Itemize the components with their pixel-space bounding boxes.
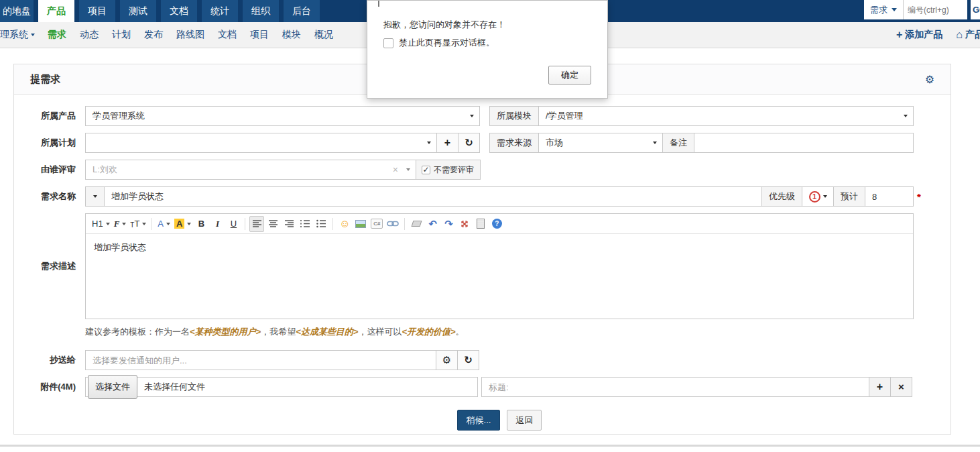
cc-refresh-button[interactable] <box>457 350 479 370</box>
no-review-checkbox[interactable] <box>422 166 430 174</box>
subnav-item-doc[interactable]: 文档 <box>216 29 239 41</box>
choose-file-button[interactable]: 选择文件 <box>88 375 137 399</box>
estimate-input[interactable] <box>865 186 914 207</box>
subnav-item-roadmap[interactable]: 路线图 <box>174 29 206 41</box>
ordered-list-button[interactable] <box>298 216 312 232</box>
product-switcher[interactable]: 理系统 <box>0 29 35 41</box>
insert-code-button[interactable]: C# <box>369 216 384 232</box>
remove-attachment-button[interactable] <box>890 377 912 397</box>
link-icon <box>387 220 399 227</box>
emoticon-button[interactable]: ☺ <box>337 216 352 232</box>
underline-button[interactable]: U <box>226 216 241 232</box>
story-name-input[interactable] <box>104 186 762 207</box>
add-attachment-button[interactable] <box>869 377 891 397</box>
topnav-item-doc[interactable]: 文档 <box>161 0 197 22</box>
align-center-button[interactable] <box>265 216 280 232</box>
help-button[interactable]: ? <box>489 216 504 232</box>
priority-select[interactable]: 1 <box>802 186 834 207</box>
row-name: 需求名称 优先级 1 预计 <box>26 186 951 207</box>
insert-link-button[interactable] <box>385 216 400 232</box>
description-editor-content[interactable]: 增加学员状态 <box>86 234 913 319</box>
chevron-down-icon <box>122 223 126 225</box>
suppress-dialog-checkbox[interactable] <box>383 38 393 48</box>
go-button[interactable]: GO <box>971 0 980 19</box>
chevron-down-icon <box>904 115 908 117</box>
plan-select[interactable] <box>85 133 437 153</box>
toolbar-separator <box>245 218 245 230</box>
dialog-ok-button[interactable]: 确定 <box>548 66 591 84</box>
subnav-item-story[interactable]: 需求 <box>46 29 68 41</box>
fullscreen-button[interactable] <box>457 216 472 232</box>
topnav-item-project[interactable]: 项目 <box>79 0 115 22</box>
clear-icon[interactable] <box>393 160 398 179</box>
font-size-button[interactable]: TT <box>129 216 147 232</box>
template-hint: 建议参考的模板：作为一名<某种类型的用户>，我希望<达成某些目的>，这样可以<开… <box>85 326 951 338</box>
back-button[interactable]: 返回 <box>507 410 542 431</box>
reviewer-select[interactable]: L:刘欢 <box>85 160 416 180</box>
name-type-dropdown[interactable] <box>85 186 105 207</box>
fullscreen-icon <box>460 219 469 229</box>
search-type-dropdown[interactable]: 需求 <box>864 0 904 19</box>
topnav-item-stats[interactable]: 统计 <box>202 0 238 22</box>
subnav-item-overview[interactable]: 概况 <box>312 29 335 41</box>
redo-icon <box>444 218 453 230</box>
source-select[interactable]: 市场 <box>538 133 663 153</box>
bold-button[interactable]: B <box>194 216 208 232</box>
cc-input[interactable] <box>85 350 436 370</box>
topnav-item-admin[interactable]: 后台 <box>284 0 320 22</box>
highlight-color-button[interactable]: A <box>173 216 192 232</box>
chevron-down-icon <box>406 168 410 171</box>
remove-format-button[interactable] <box>409 216 424 232</box>
row-cc: 抄送给 <box>26 350 951 370</box>
font-family-button[interactable]: F <box>113 216 128 232</box>
chevron-down-icon <box>187 223 191 225</box>
module-select[interactable]: /学员管理 <box>538 106 914 126</box>
source-code-button[interactable] <box>473 216 488 232</box>
align-right-button[interactable] <box>282 216 296 232</box>
row-attachment: 附件(4M) 选择文件 未选择任何文件 <box>26 377 951 397</box>
product-home-link[interactable]: 产品主页 <box>956 29 980 41</box>
rich-text-editor: H1 F TT A A B I U <box>85 213 914 319</box>
submit-button[interactable]: 稍候... <box>457 410 501 431</box>
topnav-item-org[interactable]: 组织 <box>243 0 279 22</box>
add-plan-button[interactable] <box>436 133 458 153</box>
add-product-link[interactable]: 添加产品 <box>896 29 942 41</box>
suppress-dialog-label: 禁止此页再显示对话框。 <box>399 37 495 49</box>
source-label: 需求来源 <box>489 133 539 153</box>
redo-button[interactable] <box>441 216 456 232</box>
plus-icon <box>444 137 450 148</box>
subnav-item-plan[interactable]: 计划 <box>110 29 133 41</box>
align-left-icon <box>252 219 262 228</box>
reviewer-label: 由谁评审 <box>26 160 76 180</box>
toolbar-separator <box>404 218 405 230</box>
unordered-list-button[interactable] <box>314 216 328 232</box>
topnav-items: 的地盘 产品 项目 测试 文档 统计 组织 后台 <box>0 0 324 22</box>
topnav-item-product[interactable]: 产品 <box>38 0 74 22</box>
heading-button[interactable]: H1 <box>90 216 111 232</box>
italic-button[interactable]: I <box>210 216 225 232</box>
align-left-button[interactable] <box>249 216 264 232</box>
estimate-label: 预计 <box>833 186 865 207</box>
gear-icon[interactable] <box>925 73 934 86</box>
chevron-down-icon <box>892 8 897 11</box>
font-color-button[interactable]: A <box>156 216 172 232</box>
product-select[interactable]: 学员管理系统 <box>85 106 480 126</box>
note-input[interactable] <box>694 133 914 153</box>
editor-toolbar: H1 F TT A A B I U <box>86 214 913 234</box>
subnav-item-release[interactable]: 发布 <box>142 29 165 41</box>
priority-badge: 1 <box>809 191 820 203</box>
cc-settings-button[interactable] <box>436 350 458 370</box>
image-icon <box>355 220 366 228</box>
subnav-item-dynamic[interactable]: 动态 <box>78 29 101 41</box>
attachment-title-input[interactable] <box>481 377 869 397</box>
topnav-item-test[interactable]: 测试 <box>120 0 156 22</box>
refresh-icon <box>465 137 473 148</box>
gear-icon <box>442 354 451 365</box>
refresh-plan-button[interactable] <box>458 133 480 153</box>
subnav-item-module[interactable]: 模块 <box>280 29 303 41</box>
insert-image-button[interactable] <box>353 216 368 232</box>
search-input[interactable] <box>904 0 967 19</box>
undo-button[interactable] <box>425 216 440 232</box>
topnav-item-my-zone[interactable]: 的地盘 <box>0 0 34 22</box>
subnav-item-project[interactable]: 项目 <box>248 29 271 41</box>
